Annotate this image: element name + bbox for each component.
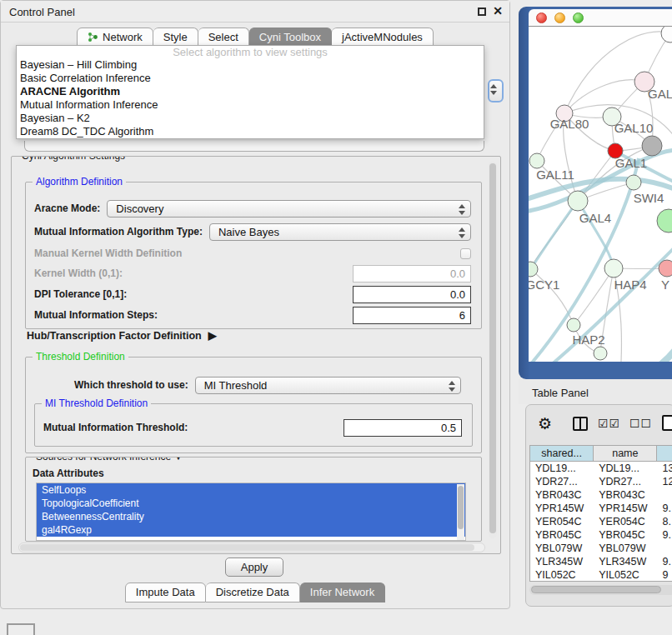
table-row[interactable]: YDL19...YDL19...13 — [530, 462, 672, 475]
select-all-icon[interactable]: ☑☑ — [598, 417, 620, 430]
table-row[interactable]: YBL079WYBL079W — [530, 542, 672, 555]
list-item[interactable]: SelfLoops — [37, 483, 465, 497]
tab-infer-network[interactable]: Infer Network — [300, 582, 385, 602]
kernel-width-input[interactable]: 0.0 — [353, 265, 471, 282]
node-label: Y — [661, 278, 669, 292]
network-node[interactable] — [661, 27, 672, 42]
sources-legend[interactable]: Sources for Network Inference ▼ — [33, 457, 186, 462]
cell: YIL052C — [594, 568, 657, 582]
table-panel: ⚙ ☑☑ ☐☐ shared...name YDL19...YDL19...13… — [525, 404, 672, 607]
cell: 9. — [657, 528, 672, 542]
list-scroll-thumb[interactable] — [458, 486, 464, 529]
network-graph[interactable]: GALGAL80GAL10GAL1GAL11SWI4GAL4GCY1HAP4YH… — [529, 27, 672, 362]
panel-title: Control Panel — [9, 6, 75, 18]
dpi-tolerance-input[interactable]: 0.0 — [353, 286, 471, 303]
cell: YDL19... — [594, 462, 657, 475]
zoom-traffic-light-icon[interactable] — [573, 12, 584, 23]
dropdown-item[interactable]: Dream8 DC_TDC Algorithm — [17, 125, 484, 138]
network-node[interactable] — [657, 209, 672, 232]
cell: YBR043C — [530, 488, 594, 502]
minimize-traffic-light-icon[interactable] — [554, 12, 565, 23]
node-label: GAL — [648, 87, 672, 101]
aracne-mode-select[interactable]: Discovery — [107, 200, 471, 218]
list-item[interactable]: BetweennessCentrality — [37, 510, 465, 523]
dropdown-item[interactable]: ARACNE Algorithm — [17, 85, 484, 98]
sources-title: Sources for Network Inference — [36, 457, 171, 462]
network-node[interactable] — [642, 136, 662, 156]
columns-icon[interactable] — [573, 417, 588, 431]
data-attributes-list[interactable]: SelfLoopsTopologicalCoefficientBetweenne… — [36, 482, 466, 541]
table-row[interactable]: YBR043CYBR043C — [530, 488, 672, 502]
cell: 9. — [657, 502, 672, 515]
gear-icon[interactable]: ⚙ — [538, 415, 552, 433]
attr-items: SelfLoopsTopologicalCoefficientBetweenne… — [37, 483, 465, 537]
cell: YBR045C — [530, 528, 594, 542]
network-node-swi4[interactable] — [626, 175, 641, 190]
node-label: GAL11 — [536, 168, 574, 182]
list-scrollbar[interactable] — [457, 484, 464, 541]
table-hscroll-thumb[interactable] — [531, 586, 661, 593]
table-horizontal-scrollbar[interactable] — [529, 585, 672, 595]
dropdown-prompt: Select algorithm to view settings — [17, 46, 484, 58]
mi-steps-input[interactable]: 6 — [353, 307, 471, 324]
import-table-icon[interactable] — [662, 415, 672, 431]
list-item[interactable]: gal4RGexp — [37, 523, 465, 537]
stepper-icon — [458, 204, 464, 215]
settings-horizontal-scrollbar[interactable] — [18, 542, 485, 552]
table-toolbar: ⚙ ☑☑ ☐☐ — [526, 413, 672, 438]
minimized-panel-icon[interactable] — [7, 623, 35, 635]
mi-algorithm-type-select[interactable]: Naive Bayes — [209, 223, 471, 241]
deselect-all-icon[interactable]: ☐☐ — [629, 417, 652, 430]
tab-discretize-data[interactable]: Discretize Data — [206, 582, 300, 602]
cell: YBR043C — [594, 488, 657, 502]
table-row[interactable]: YIL052CYIL052C9 — [530, 568, 672, 582]
algorithm-dropdown-popup: Select algorithm to view settings Bayesi… — [16, 45, 484, 139]
which-threshold-value: MI Threshold — [204, 379, 268, 392]
table-row[interactable]: YDR27...YDR27...12 — [530, 475, 672, 488]
column-header[interactable]: name — [594, 446, 657, 461]
manual-kernel-label: Manual Kernel Width Definition — [34, 248, 182, 259]
hub-definition-toggle[interactable]: Hub/Transcription Factor Definition ▶ — [27, 329, 217, 342]
close-icon[interactable]: ✕ — [493, 4, 503, 18]
column-header[interactable]: shared... — [530, 446, 594, 461]
network-node[interactable] — [594, 347, 607, 360]
close-traffic-light-icon[interactable] — [536, 12, 547, 23]
settings-vscroll-thumb[interactable] — [489, 163, 496, 533]
dropdown-item[interactable]: Bayesian – Hill Climbing — [17, 58, 484, 72]
table-combo-fragment[interactable] — [24, 141, 484, 152]
dropdown-item[interactable]: Basic Correlation Inference — [17, 72, 484, 85]
bottom-tabs: Impute DataDiscretize DataInfer Network — [1, 582, 509, 602]
dropdown-item[interactable]: Bayesian – K2 — [17, 112, 484, 125]
network-node-hap2[interactable] — [567, 318, 580, 332]
threshold-definition-group: Threshold Definition Which threshold to … — [25, 357, 482, 453]
network-node-y[interactable] — [659, 260, 672, 277]
cell: 12 — [657, 475, 672, 488]
tab-impute-data[interactable]: Impute Data — [125, 582, 206, 602]
which-threshold-select[interactable]: MI Threshold — [195, 377, 461, 394]
manual-kernel-checkbox[interactable] — [460, 248, 471, 259]
node-label: HAP4 — [614, 278, 646, 292]
network-window-titlebar — [529, 9, 672, 26]
collapse-down-icon: ▼ — [173, 457, 183, 462]
column-header[interactable] — [657, 446, 672, 461]
mi-threshold-input[interactable]: 0.5 — [344, 419, 462, 437]
table-row[interactable]: YBR045CYBR045C9. — [530, 528, 672, 542]
algorithm-combo-fragment[interactable] — [488, 79, 504, 102]
cell: YER054C — [594, 515, 657, 528]
cell: 8. — [657, 515, 672, 528]
cell — [657, 488, 672, 502]
network-canvas[interactable]: GALGAL80GAL10GAL1GAL11SWI4GAL4GCY1HAP4YH… — [529, 26, 672, 362]
table-row[interactable]: YPR145WYPR145W9. — [530, 502, 672, 515]
dropdown-item[interactable]: Mutual Information Inference — [17, 98, 484, 112]
network-node-gal11[interactable] — [529, 153, 544, 168]
float-window-icon[interactable] — [478, 8, 486, 16]
network-node-hap4[interactable] — [604, 259, 623, 278]
control-panel-titlebar: Control Panel ✕ — [1, 1, 509, 22]
apply-button[interactable]: Apply — [225, 558, 283, 577]
list-item[interactable]: TopologicalCoefficient — [37, 497, 465, 510]
table-row[interactable]: YER054CYER054C8. — [530, 515, 672, 528]
network-node-gal4[interactable] — [568, 191, 588, 211]
table-row[interactable]: YLR345WYLR345W9. — [530, 555, 672, 568]
settings-vertical-scrollbar[interactable] — [489, 162, 497, 538]
settings-hscroll-thumb[interactable] — [20, 544, 474, 551]
